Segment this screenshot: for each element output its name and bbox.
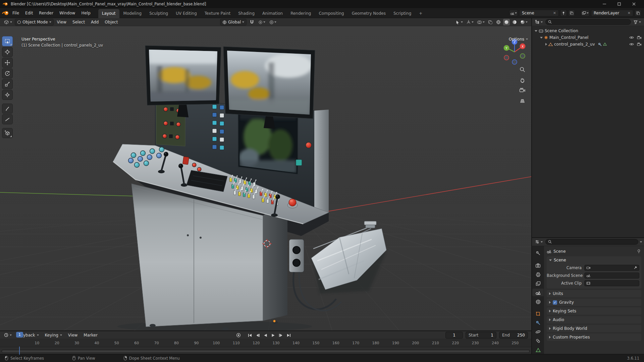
properties-editor-type-button[interactable]: [534, 239, 544, 245]
outliner-filter-button[interactable]: [633, 19, 642, 25]
hide-viewport-eye-icon[interactable]: [629, 36, 634, 39]
properties-tab-modifiers[interactable]: [532, 319, 544, 327]
background-scene-field[interactable]: [584, 273, 639, 279]
section-gravity[interactable]: ✓Gravity: [547, 299, 641, 306]
snap-target-dropdown[interactable]: [257, 19, 266, 25]
workspace-tab-animation[interactable]: Animation: [259, 9, 286, 18]
close-button[interactable]: [627, 0, 641, 8]
timeline-horizontal-scrollbar[interactable]: [1, 350, 530, 353]
jump-to-end-button[interactable]: [285, 332, 292, 339]
tool-rotate[interactable]: [2, 68, 13, 78]
add-workspace-button[interactable]: +: [415, 9, 426, 18]
snap-toggle-button[interactable]: [249, 19, 255, 25]
scene-name-field[interactable]: Scene ×: [519, 10, 559, 16]
maximize-button[interactable]: [612, 0, 627, 8]
shading-solid-button[interactable]: [503, 19, 510, 25]
scene-new-button[interactable]: [568, 10, 575, 16]
outliner-search-input[interactable]: [545, 19, 631, 25]
outliner-row-scene-collection[interactable]: Scene Collection: [532, 27, 644, 34]
tool-add-cube[interactable]: [2, 128, 13, 138]
timeline-editor-type-button[interactable]: [2, 332, 14, 339]
frame-end-field[interactable]: End250: [499, 332, 528, 339]
camera-field[interactable]: [584, 265, 639, 271]
section-rigid-body-world[interactable]: Rigid Body World: [547, 325, 641, 332]
playhead-line[interactable]: [19, 347, 20, 355]
outliner-editor-type-button[interactable]: [534, 19, 544, 25]
transform-orientation-dropdown[interactable]: Global: [220, 19, 247, 25]
properties-tab-tool[interactable]: [532, 249, 544, 257]
properties-tab-object-data[interactable]: [532, 346, 544, 354]
viewport-options-button[interactable]: Options: [509, 37, 528, 42]
previous-keyframe-button[interactable]: [254, 332, 261, 339]
camera-view-button[interactable]: [519, 86, 526, 94]
outliner-row-main-control-panel[interactable]: Main_Control_Panel: [532, 34, 644, 41]
properties-tab-view-layer[interactable]: [532, 280, 544, 287]
viewport-menu-object[interactable]: Object: [102, 18, 120, 26]
section-keying-sets[interactable]: Keying Sets: [547, 307, 641, 315]
perspective-toggle-button[interactable]: [519, 97, 526, 104]
viewport-menu-select[interactable]: Select: [70, 18, 88, 26]
disclosure-down-icon[interactable]: [540, 37, 543, 39]
properties-tab-output[interactable]: [532, 270, 544, 278]
disclosure-down-icon[interactable]: [535, 30, 537, 32]
outliner-row-control-panels-2-uv[interactable]: control_panels_2_uv: [532, 41, 644, 48]
current-frame-field[interactable]: 1: [445, 332, 463, 339]
timeline-menu-keying[interactable]: Keying: [42, 331, 65, 339]
editor-type-button[interactable]: [2, 19, 14, 25]
viewport-menu-add[interactable]: Add: [88, 18, 101, 26]
properties-tab-constraints[interactable]: [532, 337, 544, 345]
workspace-tab-rendering[interactable]: Rendering: [287, 9, 315, 18]
workspace-tab-layout[interactable]: Layout: [98, 9, 119, 18]
properties-tab-world[interactable]: [532, 298, 544, 305]
menu-window[interactable]: Window: [56, 8, 78, 18]
workspace-tab-geometry-nodes[interactable]: Geometry Nodes: [348, 9, 389, 18]
scene-pin-button[interactable]: [560, 10, 567, 16]
timeline-menu-marker[interactable]: Marker: [81, 331, 100, 339]
properties-tab-object[interactable]: [532, 310, 544, 318]
hide-viewport-eye-icon[interactable]: [629, 43, 634, 46]
workspace-tab-sculpting[interactable]: Sculpting: [146, 9, 172, 18]
shading-material-button[interactable]: [511, 19, 518, 25]
active-clip-field[interactable]: [584, 280, 639, 286]
mode-dropdown[interactable]: Object Mode: [15, 19, 54, 25]
scene-panel-header[interactable]: Scene: [547, 256, 641, 264]
disable-render-camera-icon[interactable]: [637, 43, 641, 46]
workspace-tab-texture-paint[interactable]: Texture Paint: [201, 9, 234, 18]
minimize-button[interactable]: [597, 0, 612, 8]
menu-render[interactable]: Render: [36, 8, 56, 18]
tool-move[interactable]: [2, 58, 13, 68]
eyedropper-icon[interactable]: [634, 266, 637, 269]
disclosure-right-icon[interactable]: [545, 43, 547, 46]
jump-to-start-button[interactable]: [247, 332, 254, 339]
pan-button[interactable]: [519, 76, 526, 83]
zoom-button[interactable]: [519, 66, 526, 73]
gizmo-x-negative[interactable]: [504, 55, 509, 60]
proportional-editing-dropdown[interactable]: [268, 19, 277, 25]
scrollbar-handle[interactable]: [2, 350, 529, 352]
tool-select-box[interactable]: [2, 36, 13, 46]
auto-keying-toggle[interactable]: [235, 332, 242, 339]
shading-rendered-button[interactable]: [519, 19, 529, 25]
viewport-canvas[interactable]: User Perspective (1) Scene Collection | …: [0, 26, 531, 330]
view-layer-remove-icon[interactable]: ×: [628, 11, 631, 15]
workspace-tab-uv-editing[interactable]: UV Editing: [172, 9, 201, 18]
object-visibility-dropdown[interactable]: [454, 19, 464, 25]
menu-help[interactable]: Help: [78, 8, 93, 18]
workspace-tab-compositing[interactable]: Compositing: [315, 9, 347, 18]
viewport-menu-view[interactable]: View: [54, 18, 69, 26]
properties-search-input[interactable]: [545, 239, 638, 245]
properties-tab-scene[interactable]: [532, 289, 544, 296]
xray-toggle-button[interactable]: [487, 19, 494, 25]
gravity-checkbox[interactable]: ✓: [553, 300, 557, 305]
workspace-tab-scripting[interactable]: Scripting: [390, 9, 415, 18]
overlays-dropdown[interactable]: [476, 19, 486, 25]
disable-render-camera-icon[interactable]: [637, 36, 641, 39]
menu-edit[interactable]: Edit: [22, 8, 36, 18]
section-units[interactable]: Units: [547, 290, 641, 297]
section-audio[interactable]: Audio: [547, 316, 641, 323]
workspace-tab-modeling[interactable]: Modeling: [120, 9, 146, 18]
properties-tab-physics[interactable]: [532, 328, 544, 336]
scene-unlink-icon[interactable]: ×: [553, 11, 556, 15]
viewport-3d-scene[interactable]: [0, 26, 531, 330]
tool-cursor[interactable]: [2, 47, 13, 57]
